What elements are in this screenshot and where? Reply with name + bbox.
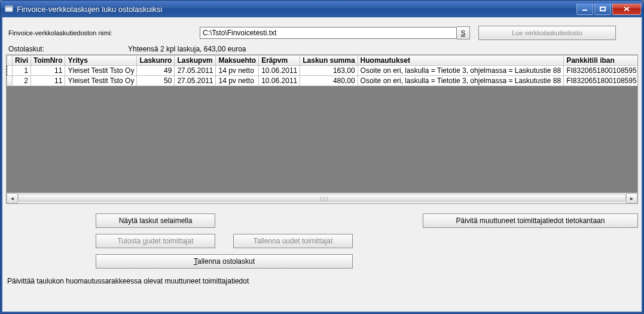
read-file-button[interactable]: Lue verkkolaskutiedosto: [478, 26, 616, 40]
col-toimnro[interactable]: ToimNro: [31, 56, 65, 66]
minimize-button[interactable]: [576, 4, 593, 15]
col-laskunro[interactable]: Laskunro: [137, 56, 175, 66]
close-button[interactable]: [612, 4, 641, 15]
title-bar[interactable]: Finvoice-verkkolaskujen luku ostolaskuik…: [1, 1, 643, 18]
grid-summary: Yhteensä 2 kpl laskuja, 643,00 euroa: [128, 45, 246, 53]
save-invoices-button[interactable]: Tallenna ostolaskut: [96, 254, 353, 269]
window-title: Finvoice-verkkolaskujen luku ostolaskuik…: [17, 5, 163, 14]
client-area: Finvoice-verkkolaskutiedoston nimi: S Lu…: [1, 17, 643, 313]
table-row[interactable]: 1 11 Yleiset Testit Tsto Oy 49 27.05.201…: [7, 66, 639, 76]
svg-rect-3: [600, 7, 605, 11]
browse-s-button[interactable]: S: [457, 26, 470, 39]
save-new-suppliers-button[interactable]: Tallenna uudet toimittajat: [233, 234, 353, 248]
app-icon: [4, 4, 14, 14]
header-row: Rivi ToimNro Yritys Laskunro Laskupvm Ma…: [7, 56, 639, 66]
print-new-suppliers-button[interactable]: Tulosta uudet toimittajat: [96, 234, 215, 248]
update-suppliers-button[interactable]: Päivitä muuttuneet toimittajatiedot tiet…: [423, 214, 638, 228]
horizontal-scrollbar[interactable]: ◄ ∣∣∣ ►: [7, 193, 637, 203]
row-selector[interactable]: [7, 76, 13, 86]
col-laskupvm[interactable]: Laskupvm: [175, 56, 216, 66]
col-rivi[interactable]: Rivi: [13, 56, 31, 66]
col-iban[interactable]: Pankkitili iban: [564, 56, 638, 66]
svg-rect-1: [5, 6, 13, 8]
grid-label: Ostolaskut:: [8, 45, 128, 53]
col-yritys[interactable]: Yritys: [65, 56, 137, 66]
app-window: Finvoice-verkkolaskujen luku ostolaskuik…: [0, 0, 644, 314]
scroll-right-icon[interactable]: ►: [626, 193, 637, 203]
file-label: Finvoice-verkkolaskutiedoston nimi:: [8, 29, 200, 36]
scroll-left-icon[interactable]: ◄: [7, 193, 18, 203]
file-path-input[interactable]: [200, 27, 457, 39]
col-erapvm[interactable]: Eräpvm: [259, 56, 300, 66]
col-huom[interactable]: Huomautukset: [358, 56, 564, 66]
invoice-grid[interactable]: Rivi ToimNro Yritys Laskunro Laskupvm Ma…: [6, 54, 638, 204]
col-maksuehto[interactable]: Maksuehto: [216, 56, 259, 66]
table-row[interactable]: 2 11 Yleiset Testit Tsto Oy 50 27.05.201…: [7, 76, 639, 86]
status-text: Päivittää taulukon huomautussarakkeessa …: [6, 277, 638, 285]
col-summa[interactable]: Laskun summa: [300, 56, 358, 66]
maximize-button[interactable]: [594, 4, 611, 15]
row-selector[interactable]: [7, 66, 13, 76]
show-in-browser-button[interactable]: Näytä laskut selaimella: [96, 214, 215, 228]
grid-empty-area: [7, 86, 637, 204]
